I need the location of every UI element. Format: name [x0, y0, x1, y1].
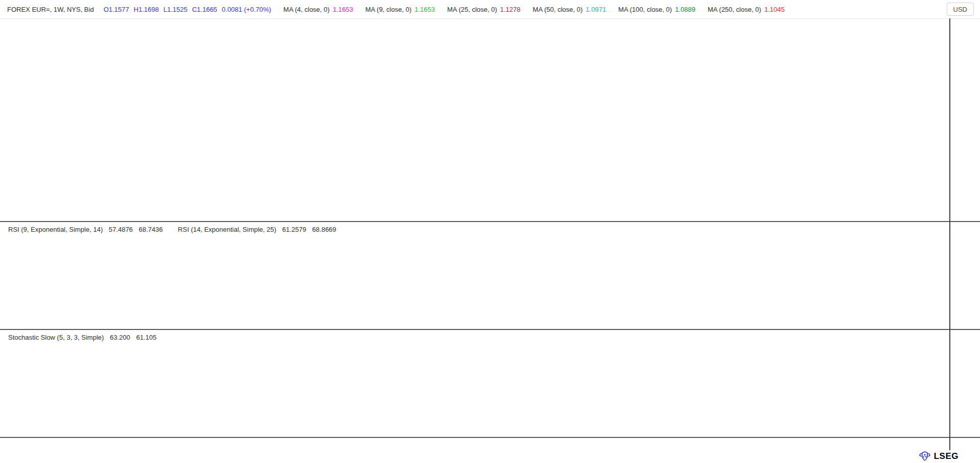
rsi-label-1: RSI (9, Exponential, Simple, 14)	[8, 226, 103, 233]
ma-legend-item: MA (9, close, 0)1.1653	[365, 6, 435, 13]
time-axis[interactable]	[0, 438, 949, 450]
lseg-logo: LSEG	[918, 451, 959, 462]
ma-legend-item: MA (250, close, 0)1.1045	[707, 6, 785, 13]
ma-legend-item: MA (4, close, 0)1.1653	[283, 6, 353, 13]
ma-legend-item: MA (25, close, 0)1.1278	[447, 6, 520, 13]
ohlc-segment: O1.1577	[103, 6, 129, 13]
rsi-value-2: 68.7436	[139, 226, 163, 233]
ma-legend-item: MA (100, close, 0)1.0889	[618, 6, 696, 13]
stoch-pane-canvas[interactable]	[0, 330, 949, 437]
price-pane-canvas[interactable]	[0, 18, 949, 221]
rsi-pane-canvas[interactable]	[0, 222, 949, 329]
chart-legend-bar: FOREX EUR=, 1W, NYS, Bid O1.1577H1.1698L…	[0, 0, 980, 19]
lseg-wordmark: LSEG	[934, 451, 959, 461]
price-axis-line	[949, 18, 950, 450]
currency-button[interactable]: USD	[947, 3, 974, 16]
ma-legend-item: MA (50, close, 0)1.0971	[533, 6, 606, 13]
instrument-label: FOREX EUR=, 1W, NYS, Bid	[7, 6, 94, 13]
rsi-value-3: 61.2579	[282, 226, 306, 233]
stochastic-legend: Stochastic Slow (5, 3, 3, Simple) 63.200…	[5, 333, 160, 342]
rsi-value-1: 57.4876	[109, 226, 133, 233]
chart-window: FOREX EUR=, 1W, NYS, Bid O1.1577H1.1698L…	[0, 0, 980, 463]
stoch-k-value: 63.200	[110, 334, 130, 341]
stoch-d-value: 61.105	[136, 334, 157, 341]
rsi-value-4: 68.8669	[312, 226, 336, 233]
lseg-crest-icon	[918, 451, 931, 462]
ohlc-segment: C1.1665	[192, 6, 217, 13]
footer-bar: LSEG	[0, 450, 980, 463]
ohlc-segment: H1.1698	[133, 6, 159, 13]
ma-legend: MA (4, close, 0)1.1653MA (9, close, 0)1.…	[271, 6, 785, 13]
rsi-legend: RSI (9, Exponential, Simple, 14) 57.4876…	[5, 225, 339, 234]
ohlc-segment: L1.1525	[163, 6, 187, 13]
stoch-label: Stochastic Slow (5, 3, 3, Simple)	[8, 334, 104, 341]
ohlc-segment: 0.0081 (+0.70%)	[222, 6, 271, 13]
rsi-label-2: RSI (14, Exponential, Simple, 25)	[178, 226, 276, 233]
ohlc-values: O1.1577H1.1698L1.1525C1.16650.0081 (+0.7…	[99, 6, 271, 13]
